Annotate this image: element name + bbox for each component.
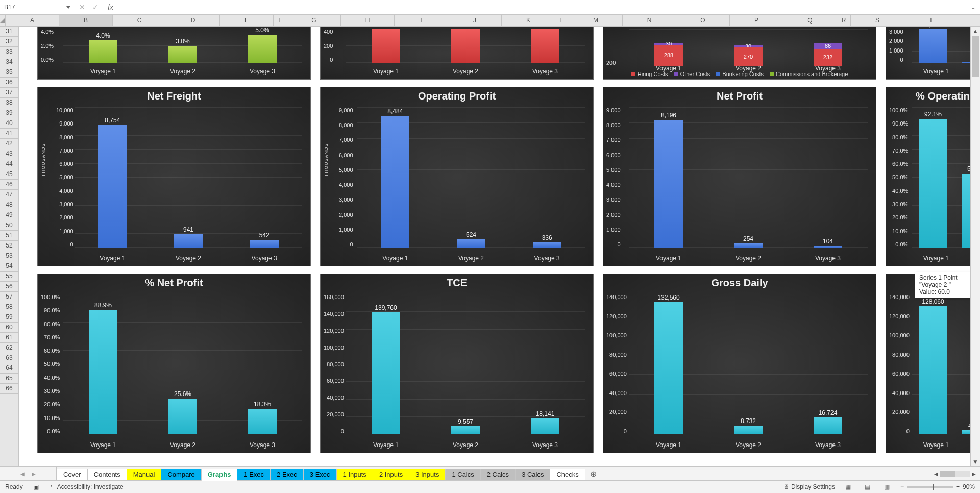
bar-2[interactable]: 542 [250, 240, 279, 248]
bar-0[interactable]: 8,196 [654, 120, 683, 248]
chart-net-freight[interactable]: Net Freight01,0002,0003,0004,0005,0006,0… [37, 87, 311, 266]
zoom-controls[interactable]: − + 90% [900, 483, 975, 490]
col-header-K[interactable]: K [502, 15, 555, 26]
row-header-63[interactable]: 63 [0, 353, 18, 363]
bar-1[interactable] [451, 29, 480, 63]
scroll-down-icon[interactable]: ▼ [971, 457, 980, 466]
row-header-39[interactable]: 39 [0, 108, 18, 118]
bar-2[interactable]: 18.3% [248, 409, 277, 434]
vscroll-track[interactable] [971, 36, 980, 457]
col-header-D[interactable]: D [166, 15, 220, 26]
row-header-49[interactable]: 49 [0, 210, 18, 220]
row-header-51[interactable]: 51 [0, 231, 18, 241]
row-header-56[interactable]: 56 [0, 282, 18, 292]
row-header-33[interactable]: 33 [0, 47, 18, 57]
bar-1[interactable]: 254 [734, 243, 763, 248]
tab-checks[interactable]: Checks [550, 469, 585, 480]
col-header-G[interactable]: G [287, 15, 341, 26]
row-header-47[interactable]: 47 [0, 190, 18, 200]
row-header-59[interactable]: 59 [0, 312, 18, 323]
tab-3-inputs[interactable]: 3 Inputs [409, 469, 446, 480]
row-header-50[interactable]: 50 [0, 220, 18, 231]
col-header-J[interactable]: J [448, 15, 502, 26]
col-header-Q[interactable]: Q [783, 15, 837, 26]
chart-tce[interactable]: TCE020,00040,00060,00080,000100,000120,0… [320, 274, 594, 453]
row-header-52[interactable]: 52 [0, 241, 18, 251]
row-header-65[interactable]: 65 [0, 374, 18, 384]
bar-2[interactable]: 18,141 [531, 418, 559, 434]
zoom-level[interactable]: 90% [963, 483, 975, 490]
row-header-54[interactable]: 54 [0, 261, 18, 272]
row-header-42[interactable]: 42 [0, 139, 18, 149]
bar-1[interactable]: 9,557 [451, 426, 480, 434]
bar-1[interactable]: 99 [962, 62, 970, 63]
hscroll-track[interactable] [940, 471, 970, 477]
bar-0[interactable]: 132,560 [654, 302, 683, 434]
bar-0[interactable] [372, 29, 400, 63]
bar-1[interactable]: 52.9% [962, 174, 970, 248]
bar-0[interactable]: 4.0% [89, 40, 117, 63]
chart-op-profit[interactable]: Operating Profit01,0002,0003,0004,0005,0… [320, 87, 594, 266]
row-header-58[interactable]: 58 [0, 302, 18, 312]
row-header-48[interactable]: 48 [0, 200, 18, 210]
bar-0[interactable]: 139,760 [372, 312, 400, 434]
macro-record-icon[interactable]: ▣ [33, 483, 39, 490]
page-break-view-icon[interactable]: ▥ [881, 482, 893, 491]
bar-0[interactable]: 3,600 [919, 29, 947, 63]
tab-manual[interactable]: Manual [127, 469, 162, 480]
row-header-57[interactable]: 57 [0, 292, 18, 302]
col-header-E[interactable]: E [220, 15, 274, 26]
col-header-O[interactable]: O [676, 15, 730, 26]
row-header-31[interactable]: 31 [0, 27, 18, 37]
row-header-45[interactable]: 45 [0, 169, 18, 180]
bar-2[interactable]: 5.0% [248, 35, 277, 63]
page-layout-view-icon[interactable]: ▤ [862, 482, 874, 491]
tab-graphs[interactable]: Graphs [201, 469, 238, 481]
col-header-N[interactable]: N [623, 15, 676, 26]
tab-2-exec[interactable]: 2 Exec [270, 469, 304, 480]
scroll-right-icon[interactable]: ▶ [970, 471, 978, 477]
col-header-M[interactable]: M [569, 15, 623, 26]
chart-red-top[interactable]: 0200400Voyage 1Voyage 2Voyage 3 [320, 27, 594, 80]
accessibility-status[interactable]: ᯤAccessibility: Investigate [49, 483, 124, 490]
vertical-scrollbar[interactable]: ▲ ▼ [970, 27, 980, 466]
bar-2[interactable]: 336 [533, 242, 561, 248]
row-header-38[interactable]: 38 [0, 98, 18, 108]
name-box[interactable]: B17 [0, 0, 75, 14]
bar-1[interactable]: 25.6% [168, 399, 197, 434]
hscroll-thumb[interactable] [940, 471, 955, 477]
col-header-L[interactable]: L [555, 15, 569, 26]
row-header-32[interactable]: 32 [0, 37, 18, 47]
add-sheet-button[interactable]: ⊕ [585, 469, 602, 479]
row-header-37[interactable]: 37 [0, 88, 18, 98]
scroll-up-icon[interactable]: ▲ [971, 27, 980, 36]
tab-1-calcs[interactable]: 1 Calcs [445, 469, 480, 480]
row-header-62[interactable]: 62 [0, 343, 18, 353]
normal-view-icon[interactable]: ▦ [842, 482, 854, 491]
chart-stack-top[interactable]: 200302883027086232Voyage 1Voyage 2Voyage… [603, 27, 876, 80]
tab-compare[interactable]: Compare [161, 469, 201, 480]
bar-2[interactable] [531, 29, 559, 63]
tab-contents[interactable]: Contents [87, 469, 127, 480]
col-header-C[interactable]: C [113, 15, 166, 26]
name-box-dropdown-icon[interactable] [66, 6, 70, 9]
select-all-corner[interactable] [0, 15, 6, 26]
horizontal-scrollbar[interactable]: ◀ ▶ [932, 467, 980, 480]
zoom-slider[interactable] [907, 486, 953, 488]
col-header-R[interactable]: R [837, 15, 851, 26]
tab-2-calcs[interactable]: 2 Calcs [480, 469, 516, 480]
tab-1-exec[interactable]: 1 Exec [237, 469, 271, 480]
row-header-55[interactable]: 55 [0, 272, 18, 282]
tab-1-inputs[interactable]: 1 Inputs [336, 469, 373, 480]
display-settings[interactable]: 🖥Display Settings [783, 483, 835, 490]
row-header-60[interactable]: 60 [0, 323, 18, 333]
bar-0[interactable]: 92.1% [919, 119, 947, 248]
row-header-64[interactable]: 64 [0, 363, 18, 374]
col-header-H[interactable]: H [341, 15, 395, 26]
fx-icon[interactable]: fx [108, 3, 113, 11]
bar-1[interactable]: 941 [174, 234, 203, 248]
bar-0[interactable]: 128,060 [919, 306, 947, 434]
col-header-F[interactable]: F [274, 15, 287, 26]
row-header-36[interactable]: 36 [0, 78, 18, 88]
row-header-35[interactable]: 35 [0, 67, 18, 78]
